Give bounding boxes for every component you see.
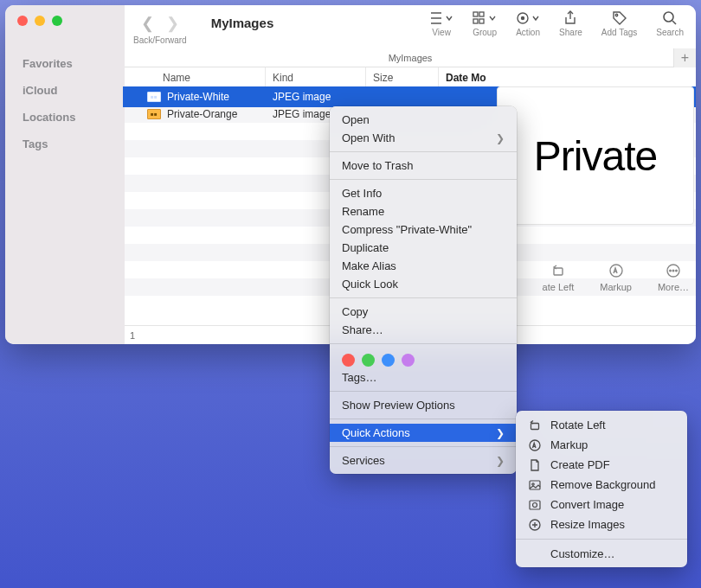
ctx-compress[interactable]: Compress "Private-White": [330, 220, 517, 239]
menu-separator: [330, 446, 517, 447]
qa-convert-image[interactable]: Convert Image: [516, 495, 687, 514]
preview-pane: Private ate Left Markup More…: [497, 86, 694, 292]
remove-background-icon: [528, 478, 542, 492]
chevron-right-icon: ❯: [496, 132, 505, 144]
ctx-share[interactable]: Share…: [330, 321, 517, 339]
ctx-tag-colors: [330, 348, 517, 368]
ctx-services[interactable]: Services❯: [330, 451, 517, 470]
preview-action-label: Markup: [600, 282, 632, 292]
preview-action-label: ate Left: [543, 282, 575, 292]
forward-button[interactable]: ❯: [166, 14, 179, 33]
preview-action-rotate-left[interactable]: ate Left: [543, 263, 575, 292]
back-forward-group: ❮ ❯ Back/Forward: [133, 10, 187, 45]
svg-rect-4: [479, 12, 484, 16]
sidebar-section-tags[interactable]: Tags: [5, 131, 125, 157]
chevron-right-icon: ❯: [496, 427, 505, 439]
back-button[interactable]: ❮: [141, 14, 154, 33]
toolbar-group[interactable]: Group: [473, 10, 497, 37]
toolbar-search-label: Search: [656, 28, 684, 37]
tag-color-red[interactable]: [342, 354, 355, 367]
preview-action-markup[interactable]: Markup: [600, 263, 632, 292]
ctx-rename[interactable]: Rename: [330, 202, 517, 220]
tag-color-green[interactable]: [362, 354, 375, 367]
toolbar: ❮ ❯ Back/Forward MyImages View Group Act…: [125, 5, 696, 48]
qa-rotate-left[interactable]: Rotate Left: [516, 415, 687, 435]
preview-action-label: More…: [658, 282, 689, 292]
sidebar-section-icloud[interactable]: iCloud: [5, 77, 125, 104]
quick-actions-submenu: Rotate Left Markup Create PDF Remove Bac…: [516, 411, 687, 567]
resize-icon: [528, 518, 542, 532]
ctx-move-to-trash[interactable]: Move to Trash: [330, 157, 517, 175]
qa-remove-background[interactable]: Remove Background: [516, 475, 687, 495]
toolbar-action-label: Action: [516, 28, 540, 37]
toolbar-view[interactable]: View: [429, 10, 453, 37]
ctx-make-alias[interactable]: Make Alias: [330, 257, 517, 275]
ctx-tags[interactable]: Tags…: [330, 368, 517, 387]
convert-image-icon: [528, 498, 542, 512]
toolbar-share-label: Share: [559, 28, 582, 37]
column-size[interactable]: Size: [366, 67, 439, 87]
svg-point-15: [670, 270, 672, 272]
zoom-window-button[interactable]: [52, 16, 62, 26]
qa-resize-images[interactable]: Resize Images: [516, 514, 687, 534]
qa-customize[interactable]: Customize…: [516, 544, 687, 563]
back-forward-label: Back/Forward: [133, 35, 187, 45]
menu-separator: [330, 419, 517, 419]
list-header: Name Kind Size Date Mo: [125, 67, 696, 88]
svg-point-23: [533, 502, 537, 507]
tag-color-blue[interactable]: [382, 354, 395, 367]
file-kind: JPEG image: [266, 91, 366, 103]
toolbar-search[interactable]: Search: [656, 10, 684, 37]
sidebar-section-favorites[interactable]: Favorites: [5, 50, 125, 77]
tag-color-purple[interactable]: [402, 354, 415, 367]
ctx-quick-look[interactable]: Quick Look: [330, 275, 517, 293]
svg-rect-18: [531, 423, 539, 429]
preview-text: Private: [534, 132, 657, 180]
ctx-open-with[interactable]: Open With❯: [330, 129, 517, 147]
svg-rect-12: [554, 268, 563, 275]
svg-point-21: [532, 483, 534, 484]
minimize-window-button[interactable]: [35, 16, 45, 26]
chevron-right-icon: ❯: [496, 455, 505, 467]
tab-current[interactable]: MyImages: [389, 53, 433, 63]
close-window-button[interactable]: [17, 16, 28, 26]
toolbar-add-tags[interactable]: Add Tags: [601, 10, 638, 37]
preview-action-more[interactable]: More…: [658, 263, 689, 292]
image-file-icon: ■■: [147, 92, 161, 102]
window-title: MyImages: [211, 10, 274, 30]
qa-create-pdf[interactable]: Create PDF: [516, 455, 687, 475]
tab-bar: MyImages +: [125, 48, 696, 67]
toolbar-group-label: Group: [473, 28, 497, 37]
markup-icon: [528, 438, 542, 452]
ctx-copy[interactable]: Copy: [330, 303, 517, 321]
menu-separator: [330, 391, 517, 392]
ctx-open[interactable]: Open: [330, 111, 517, 129]
svg-point-10: [664, 12, 673, 22]
context-menu: Open Open With❯ Move to Trash Get Info R…: [330, 106, 517, 474]
svg-rect-22: [530, 501, 540, 509]
sidebar: Favorites iCloud Locations Tags: [5, 5, 125, 344]
svg-point-16: [672, 270, 674, 272]
toolbar-action[interactable]: Action: [516, 10, 540, 37]
menu-separator: [330, 179, 517, 180]
ctx-show-preview-options[interactable]: Show Preview Options: [330, 396, 517, 414]
column-name[interactable]: Name: [125, 67, 266, 87]
column-kind[interactable]: Kind: [266, 67, 366, 87]
svg-rect-5: [473, 19, 478, 23]
menu-separator: [330, 151, 517, 152]
preview-image: Private: [497, 86, 694, 225]
ctx-quick-actions[interactable]: Quick Actions❯: [330, 424, 517, 442]
column-date-modified[interactable]: Date Mo: [439, 67, 696, 87]
preview-quick-actions: ate Left Markup More…: [497, 263, 694, 292]
ctx-get-info[interactable]: Get Info: [330, 184, 517, 202]
svg-point-17: [676, 270, 678, 272]
ctx-duplicate[interactable]: Duplicate: [330, 239, 517, 257]
sidebar-section-locations[interactable]: Locations: [5, 104, 125, 131]
toolbar-share[interactable]: Share: [559, 10, 582, 37]
new-tab-button[interactable]: +: [673, 48, 696, 67]
item-count: 1: [130, 330, 135, 341]
document-icon: [528, 458, 542, 472]
svg-rect-3: [473, 12, 478, 16]
menu-separator: [516, 539, 687, 540]
qa-markup[interactable]: Markup: [516, 435, 687, 455]
